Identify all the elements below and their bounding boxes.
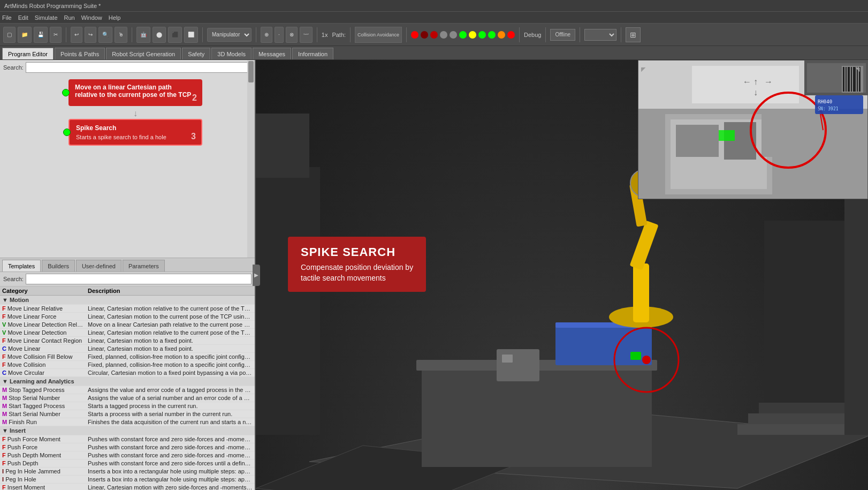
table-row[interactable]: F Move Linear Relative Linear, Cartesian… [0,305,255,313]
table-row[interactable]: V Move Linear Detection Linear, Cartesia… [0,329,255,337]
offline-button[interactable]: Offline [550,29,575,41]
left-panel: Search: Move on a linear Cartesian path … [0,60,256,490]
menu-help[interactable]: Help [109,14,121,21]
menu-run[interactable]: Run [64,14,75,21]
toolbar-search-tool[interactable]: 🔍 [98,27,112,43]
toolbar-undo[interactable]: ↩ [71,27,82,43]
tab-user-defined[interactable]: User-defined [76,260,121,272]
spike-desc: Compensate position deviation bytactile … [301,262,413,283]
toolbar-sphere[interactable]: ⬤ [153,27,166,43]
table-row[interactable]: I Peg In Hole Jammed Inserts a box into … [0,468,255,476]
grid-btn[interactable]: ⊞ [626,27,641,42]
light-7[interactable] [469,31,476,39]
toolbar-cylinder[interactable]: ⬜ [184,27,198,43]
collision-btn[interactable]: Collision Avoidance [355,27,402,43]
toolbar-save[interactable]: 💾 [34,27,48,43]
program-scrollbar[interactable] [247,60,255,258]
light-10[interactable] [498,31,505,39]
item-name: C Move Circular [0,369,86,377]
tab-program-editor[interactable]: Program Editor [2,48,54,59]
table-row[interactable]: C Move Circular Circular, Cartesian moti… [0,369,255,377]
svg-rect-18 [502,355,513,363]
item-desc: Assigns the value of a serial number and… [86,394,255,402]
item-type-badge: C [2,370,8,376]
toolbar-path[interactable]: 〰 [300,27,313,43]
menu-edit[interactable]: Edit [18,14,28,21]
table-row[interactable]: M Start Tagged Process Starts a tagged p… [0,402,255,410]
table-row[interactable]: C Move Linear Linear, Cartesian motion t… [0,345,255,353]
program-scroll-thumb[interactable] [248,61,254,82]
category-row: ▼ Insert [0,426,255,435]
table-row[interactable]: F Move Collision Fixed, planned, collisi… [0,361,255,369]
table-row[interactable]: M Start Serial Number Starts a process w… [0,410,255,418]
item-type-badge: F [2,313,7,320]
tab-templates[interactable]: Templates [2,260,41,272]
tab-information[interactable]: Information [292,48,333,59]
table-row[interactable]: F Push Depth Pushes with constant force … [0,459,255,468]
table-row[interactable]: F Insert Moment Linear, Cartesian motion… [0,484,255,491]
table-row[interactable]: F Move Collision Fill Below Fixed, plann… [0,353,255,361]
table-row[interactable]: M Stop Serial Number Assigns the value o… [0,394,255,402]
table-row[interactable]: F Move Linear Contact Region Linear, Car… [0,337,255,345]
program-node-3: Spike Search Starts a spike search to fi… [4,119,250,146]
item-type-badge: F [2,353,7,360]
light-6[interactable] [459,31,467,39]
toolbar-points[interactable]: · [275,27,284,43]
tab-points-paths[interactable]: Points & Paths [55,48,105,59]
node-card-3[interactable]: Spike Search Starts a spike search to fi… [68,119,202,146]
table-row[interactable]: F Push Force Moment Pushes with constant… [0,435,255,443]
light-9[interactable] [488,31,496,39]
table-row[interactable]: F Move Linear Force Linear, Cartesian mo… [0,313,255,321]
table-row[interactable]: M Stop Tagged Process Assigns the value … [0,386,255,394]
item-name: F Push Depth Moment [0,451,86,459]
svg-rect-32 [762,114,815,157]
menu-window[interactable]: Window [81,14,102,21]
tab-robot-script[interactable]: Robot Script Generation [106,48,181,59]
menu-file[interactable]: File [2,14,12,21]
toolbar-coord[interactable]: ⊕ [261,27,272,43]
program-search-bar: Search: [0,60,255,75]
tab-parameters[interactable]: Parameters [123,260,165,272]
light-4[interactable] [440,31,447,39]
toolbar-cut[interactable]: ✂ [50,27,62,43]
light-5[interactable] [450,31,457,39]
collision-label: Collision Avoidance [357,32,399,37]
toolbar-open[interactable]: 📁 [18,27,32,43]
spike-search-overlay: SPIKE SEARCH Compensate position deviati… [288,237,426,292]
item-name: M Start Serial Number [0,410,86,418]
item-desc: Finishes the data acquisition of the cur… [86,418,255,426]
tab-safety[interactable]: Safety [182,48,210,59]
tab-messages[interactable]: Messages [253,48,291,59]
svg-rect-25 [759,403,844,413]
toolbar-robot[interactable]: 🤖 [136,27,150,43]
table-row[interactable]: V Move Linear Detection Relative Move on… [0,321,255,329]
toolbar-redo[interactable]: ↪ [85,27,96,43]
network-dropdown[interactable] [584,29,616,41]
manipulator-dropdown[interactable]: Manipulator [207,28,252,42]
menu-simulate[interactable]: Simulate [35,14,58,21]
camera-image: RH040 SN: 3921 [638,61,867,199]
light-pause[interactable] [430,31,438,39]
toolbar-cube[interactable]: ⬛ [168,27,182,43]
3d-viewport[interactable]: SPIKE SEARCH Compensate position deviati… [256,60,868,490]
panel-collapse-handle[interactable]: ▶ [253,265,260,286]
light-11[interactable] [507,31,515,39]
svg-point-15 [642,356,651,364]
table-row[interactable]: F Push Depth Moment Pushes with constant… [0,451,255,459]
toolbar-target[interactable]: ⊗ [286,27,298,43]
table-row[interactable]: I Peg In Hole Inserts a box into a recta… [0,476,255,484]
toolbar-new[interactable]: ▢ [3,27,16,43]
toolbar-pointer[interactable]: 🖱 [115,27,127,43]
node-card-2[interactable]: Move on a linear Cartesian path relative… [68,79,202,106]
light-stop[interactable] [421,31,428,39]
light-8[interactable] [478,31,486,39]
table-row[interactable]: F Push Force Pushes with constant force … [0,443,255,451]
light-record[interactable] [411,31,418,39]
tab-3d-models[interactable]: 3D Models [211,48,252,59]
template-search-input[interactable] [26,274,252,284]
node-3-desc: Starts a spike search to find a hole [76,134,195,140]
sep-7 [406,27,407,42]
table-row[interactable]: M Finish Run Finishes the data acquisiti… [0,418,255,426]
tab-builders[interactable]: Builders [42,260,75,272]
program-search-input[interactable] [26,62,252,73]
